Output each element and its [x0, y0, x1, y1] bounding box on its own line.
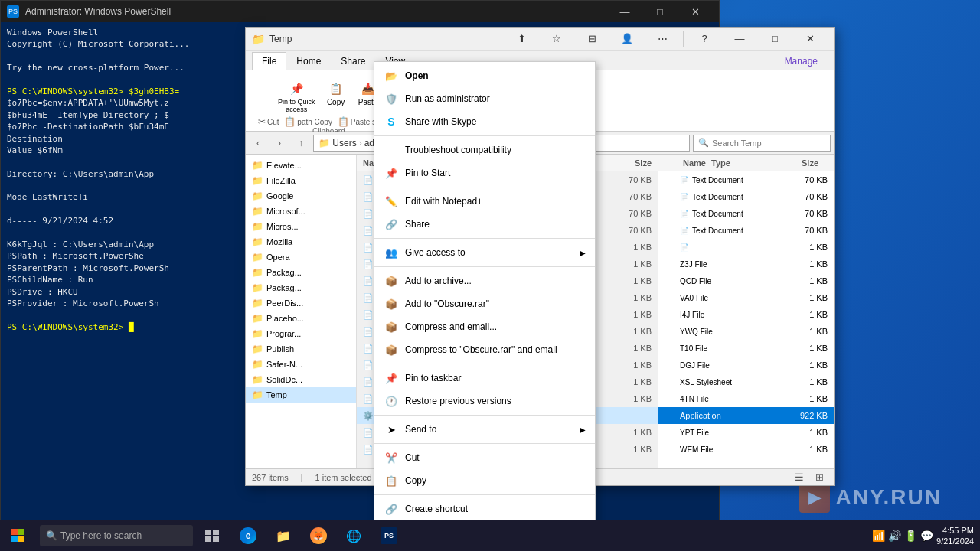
- right-file-row[interactable]: YWQ File 1 KB: [658, 323, 834, 340]
- nav-item-programs[interactable]: 📁 Prograr...: [246, 326, 356, 341]
- file-icon: 📄: [680, 193, 689, 201]
- pin-to-quick-access-button[interactable]: 📌 Pin to Quickaccess: [274, 77, 319, 117]
- explorer-title: Temp: [270, 34, 504, 44]
- right-file-row[interactable]: 📄Text Document 70 KB: [658, 188, 834, 205]
- nav-item-package1[interactable]: 📁 Packag...: [246, 265, 356, 280]
- right-file-row[interactable]: I4J File 1 KB: [658, 306, 834, 323]
- pin-icon: 📌: [287, 80, 305, 98]
- ctx-share[interactable]: 🔗 Share: [374, 213, 595, 236]
- back-button[interactable]: ‹: [249, 134, 267, 152]
- ctx-add-obscure-rar[interactable]: 📦 Add to "Obscure.rar": [374, 292, 595, 315]
- nav-label: Opera: [266, 253, 290, 262]
- right-file-row[interactable]: 📄 1 KB: [658, 239, 834, 256]
- app-size: 922 KB: [786, 411, 828, 420]
- right-file-row[interactable]: DGJ File 1 KB: [658, 357, 834, 373]
- volume-icon[interactable]: 🔊: [888, 530, 901, 542]
- ctx-run-as-admin[interactable]: 🛡️ Run as administrator: [374, 87, 595, 110]
- ctx-give-access[interactable]: 👥 Give access to ▶: [374, 241, 595, 264]
- nav-item-soliddc[interactable]: 📁 SolidDc...: [246, 372, 356, 387]
- tab-home[interactable]: Home: [286, 52, 331, 70]
- ctx-pin-taskbar[interactable]: 📌 Pin to taskbar: [374, 367, 595, 390]
- ctx-open[interactable]: 📂 Open: [374, 64, 595, 87]
- right-file-row[interactable]: QCD File 1 KB: [658, 272, 834, 289]
- file-explorer-app-button[interactable]: 📁: [266, 520, 300, 551]
- powershell-app-button[interactable]: PS: [372, 520, 406, 551]
- taskbar-search-box[interactable]: 🔍 Type here to search: [40, 525, 193, 546]
- ctx-compress-obscure-email[interactable]: 📦 Compress to "Obscure.rar" and email: [374, 338, 595, 361]
- start-button[interactable]: [0, 520, 37, 551]
- tab-share[interactable]: Share: [331, 52, 375, 70]
- tab-manage[interactable]: Manage: [775, 52, 828, 70]
- nav-item-google[interactable]: 📁 Google: [246, 188, 356, 204]
- details-view-button[interactable]: ☰: [791, 471, 808, 484]
- firefox-app-button[interactable]: 🦊: [302, 520, 335, 551]
- right-file-row[interactable]: Z3J File 1 KB: [658, 256, 834, 272]
- ctx-share-skype[interactable]: S Share with Skype: [374, 110, 595, 133]
- favorite-button[interactable]: ☆: [539, 28, 574, 51]
- network-icon[interactable]: 📶: [872, 530, 885, 542]
- nav-item-filezilla[interactable]: 📁 FileZilla: [246, 173, 356, 188]
- ctx-edit-notepad[interactable]: ✏️ Edit with Notepad++: [374, 190, 595, 213]
- ctx-pin-start[interactable]: 📌 Pin to Start: [374, 161, 595, 184]
- task-view-button[interactable]: [196, 520, 230, 551]
- up-button[interactable]: ↑: [292, 134, 310, 152]
- right-file-row[interactable]: 📄Text Document 70 KB: [658, 222, 834, 239]
- notification-icon[interactable]: 💬: [920, 530, 933, 542]
- account-button[interactable]: 👤: [609, 28, 645, 51]
- nav-item-opera[interactable]: 📁 Opera: [246, 249, 356, 265]
- size-val: 70 KB: [789, 192, 828, 201]
- right-highlighted-row[interactable]: Application 922 KB: [658, 407, 834, 424]
- right-file-row[interactable]: VA0 File 1 KB: [658, 289, 834, 306]
- forward-button[interactable]: ›: [270, 134, 289, 152]
- powershell-minimize-button[interactable]: —: [607, 1, 642, 22]
- copy-button[interactable]: 📋 Copy: [321, 77, 351, 117]
- right-file-row[interactable]: T10 File 1 KB: [658, 340, 834, 357]
- ctx-create-shortcut[interactable]: 🔗 Create shortcut: [374, 497, 595, 520]
- nav-item-package2[interactable]: 📁 Packag...: [246, 280, 356, 295]
- explorer-minimize-button[interactable]: —: [722, 28, 757, 51]
- nav-item-elevate[interactable]: 📁 Elevate...: [246, 158, 356, 173]
- ctx-troubleshoot[interactable]: Troubleshoot compatibility: [374, 139, 595, 161]
- separator-6: [374, 415, 595, 416]
- nav-item-placeholder[interactable]: 📁 Placeho...: [246, 311, 356, 326]
- taskbar-clock[interactable]: 4:55 PM 9/21/2024: [936, 525, 974, 547]
- explorer-maximize-button[interactable]: □: [757, 28, 792, 51]
- file-type: YPT File: [680, 429, 709, 437]
- right-file-row[interactable]: XSL Stylesheet 1 KB: [658, 373, 834, 390]
- nav-item-temp[interactable]: 📁 Temp: [246, 387, 356, 403]
- right-file-row[interactable]: 📄Text Document 70 KB: [658, 205, 834, 222]
- ctx-cut[interactable]: ✂️ Cut: [374, 446, 595, 469]
- nav-item-microsoft2[interactable]: 📁 Micros...: [246, 219, 356, 234]
- tab-file[interactable]: File: [252, 52, 286, 70]
- svg-rect-0: [11, 529, 18, 535]
- more-button[interactable]: ⋯: [645, 28, 680, 51]
- watermark-text: ANY.RUN: [836, 485, 942, 510]
- large-icons-view-button[interactable]: ⊞: [811, 471, 828, 484]
- nav-item-publish[interactable]: 📁 Publish: [246, 341, 356, 357]
- powershell-close-button[interactable]: ✕: [678, 1, 713, 22]
- nav-label: Elevate...: [266, 161, 302, 170]
- folder-icon: 📁: [252, 374, 263, 385]
- edge-app-button[interactable]: e: [231, 520, 265, 551]
- nav-item-safer[interactable]: 📁 Safer-N...: [246, 357, 356, 372]
- nav-item-microsoft1[interactable]: 📁 Microsof...: [246, 204, 356, 219]
- pin-label: Pin to Quickaccess: [278, 98, 315, 115]
- nav-item-mozilla[interactable]: 📁 Mozilla: [246, 234, 356, 249]
- right-file-row[interactable]: 📄Text Document 70 KB: [658, 171, 834, 188]
- ctx-restore-versions[interactable]: 🕐 Restore previous versions: [374, 390, 595, 412]
- nav-item-peerdist[interactable]: 📁 PeerDis...: [246, 295, 356, 311]
- ctx-copy[interactable]: 📋 Copy: [374, 469, 595, 492]
- help-button[interactable]: ?: [687, 28, 722, 51]
- layout-button[interactable]: ⊟: [574, 28, 609, 51]
- explorer-close-button[interactable]: ✕: [792, 28, 828, 51]
- ctx-add-archive[interactable]: 📦 Add to archive...: [374, 269, 595, 292]
- right-file-row[interactable]: WEM File 1 KB: [658, 441, 834, 458]
- share-button[interactable]: ⬆: [504, 28, 539, 51]
- chrome-app-button[interactable]: 🌐: [337, 520, 371, 551]
- ctx-send-to[interactable]: ➤ Send to ▶: [374, 418, 595, 441]
- ctx-compress-email[interactable]: 📦 Compress and email...: [374, 315, 595, 338]
- right-file-row[interactable]: YPT File 1 KB: [658, 424, 834, 441]
- powershell-maximize-button[interactable]: □: [642, 1, 678, 22]
- right-file-row[interactable]: 4TN File 1 KB: [658, 390, 834, 407]
- search-input[interactable]: [712, 139, 825, 148]
